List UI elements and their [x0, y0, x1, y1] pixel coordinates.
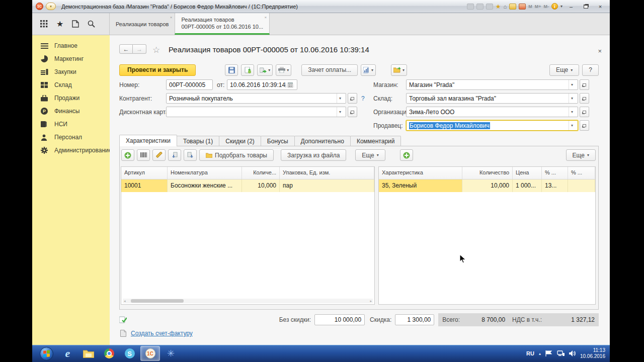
items-table-row[interactable]: 10001 Босоножки женские ... 10,000 пар [121, 179, 374, 192]
calculator-icon[interactable] [509, 4, 516, 10]
sidebar-item-sales[interactable]: Продажи [32, 92, 110, 105]
more-button[interactable]: Еще▾ [549, 64, 579, 76]
add-characteristic-button[interactable] [400, 149, 413, 161]
tab-discounts[interactable]: Скидки (2) [219, 136, 261, 146]
scroll-right-icon[interactable]: ▸ [370, 299, 372, 303]
items-table[interactable]: Артикул Номенклатура Количе... Упаковка,… [121, 166, 375, 305]
store-field[interactable]: Магазин "Prada"▾ [406, 79, 589, 90]
cell-price[interactable]: 1 000... [513, 179, 542, 192]
info-dropdown-icon[interactable]: ▾ [560, 4, 562, 9]
memory-mplus-button[interactable]: M+ [535, 4, 541, 9]
col-quantity[interactable]: Количе... [242, 167, 280, 179]
sidebar-item-personnel[interactable]: Персонал [32, 131, 110, 144]
document-movements-button[interactable]: ▾ [257, 64, 273, 76]
cell-nomenclature[interactable]: Босоножки женские ... [168, 179, 242, 192]
organization-field[interactable]: Зима-Лето ООО▾ [406, 107, 589, 117]
cell-packaging[interactable]: пар [280, 179, 374, 192]
app-tab-list[interactable]: Реализации товаров × [109, 13, 175, 35]
open-store-button[interactable] [580, 79, 589, 90]
taskbar-skype-button[interactable]: S [120, 346, 139, 361]
cell-percent2[interactable] [568, 179, 595, 192]
tab-close-icon[interactable]: × [264, 15, 267, 20]
cell-article[interactable]: 10001 [121, 179, 168, 192]
date-field[interactable]: 10.06.2016 10:39:14 [227, 79, 295, 90]
favorites-icon[interactable]: ★ [496, 3, 501, 10]
sidebar-item-main[interactable]: Главное [32, 39, 110, 52]
number-field[interactable]: 00РТ-000005 [166, 79, 213, 90]
close-button[interactable]: × [594, 3, 606, 10]
sidebar-item-administration[interactable]: Администрирование [32, 144, 110, 157]
save-icon[interactable] [467, 4, 474, 10]
move-up-button[interactable] [168, 149, 181, 161]
print-button[interactable]: ▾ [276, 64, 291, 76]
tray-expand-icon[interactable]: ▴ [539, 351, 541, 356]
counterparty-field[interactable]: Розничный покупатель▾ [166, 93, 357, 104]
tab-comment[interactable]: Комментарий [350, 136, 401, 146]
post-document-button[interactable] [241, 64, 254, 76]
pick-goods-button[interactable]: Подобрать товары [199, 149, 274, 161]
dropdown-icon[interactable]: ▾ [337, 94, 343, 103]
search-icon[interactable] [88, 20, 95, 28]
seller-field[interactable]: Борисов Федор Михайлович▾ [406, 120, 589, 131]
cell-quantity[interactable]: 10,000 [462, 179, 513, 192]
cell-quantity[interactable]: 10,000 [242, 179, 280, 192]
back-button[interactable]: ← [119, 44, 133, 54]
cell-percent1[interactable]: 13... [542, 179, 568, 192]
move-down-button[interactable] [184, 149, 197, 161]
more-left-table-button[interactable]: Еще▾ [355, 149, 385, 161]
history-icon[interactable] [72, 20, 79, 28]
payment-offset-button[interactable]: Зачет оплаты... [301, 64, 358, 76]
tab-close-icon[interactable]: × [170, 15, 173, 20]
add-row-button[interactable] [121, 149, 134, 161]
cell-characteristic[interactable]: 35, Зеленый [379, 179, 462, 192]
calendar-picker-icon[interactable] [285, 82, 294, 87]
taskbar-explorer-button[interactable] [78, 346, 98, 361]
characteristics-table[interactable]: Характеристика Количество Цена % ... % .… [378, 166, 596, 305]
tab-additional[interactable]: Дополнительно [294, 136, 351, 146]
network-icon[interactable] [557, 350, 565, 356]
dropdown-icon[interactable]: ▾ [569, 94, 575, 103]
favorites-star-icon[interactable]: ★ [56, 19, 63, 29]
taskbar-1c-button[interactable]: 1С [140, 346, 160, 361]
barcode-button[interactable] [137, 149, 150, 161]
home-icon[interactable]: ⌂ [504, 4, 507, 10]
col-quantity[interactable]: Количество [462, 167, 513, 179]
form-close-icon[interactable]: × [598, 47, 602, 55]
app-tab-document[interactable]: Реализация товаров 00РТ-000005 от 10.06.… [175, 13, 270, 35]
characteristics-table-row[interactable]: 35, Зеленый 10,000 1 000... 13... [379, 179, 595, 192]
scroll-left-icon[interactable]: ◂ [124, 299, 126, 303]
discount-card-field[interactable]: ▾ [166, 107, 357, 117]
action-center-flag-icon[interactable] [545, 350, 552, 356]
edit-button[interactable] [152, 149, 166, 161]
dropdown-icon[interactable]: ▾ [337, 107, 343, 117]
minimize-button[interactable]: – [565, 3, 577, 10]
sidebar-item-marketing[interactable]: Маркетинг [32, 52, 110, 65]
dropdown-icon[interactable]: ▾ [569, 80, 575, 89]
preview-icon[interactable] [486, 4, 493, 10]
save-button[interactable] [225, 64, 238, 76]
taskbar-clock[interactable]: 11:13 10.06.2016 [580, 347, 605, 359]
open-warehouse-button[interactable] [580, 93, 589, 104]
start-button[interactable] [40, 347, 53, 360]
open-counterparty-button[interactable] [348, 93, 357, 104]
warehouse-field[interactable]: Торговый зал магазина "Prada"▾ [406, 93, 589, 104]
restore-button[interactable] [580, 3, 592, 10]
more-right-table-button[interactable]: Еще▾ [566, 149, 596, 161]
no-discount-field[interactable]: 10 000,00 [314, 314, 365, 325]
discount-field[interactable]: 1 300,00 [395, 314, 434, 325]
sidebar-item-nsi[interactable]: НСИ [32, 118, 110, 131]
tab-bonuses[interactable]: Бонусы [261, 136, 295, 146]
col-nomenclature[interactable]: Номенклатура [168, 167, 242, 179]
sidebar-item-finance[interactable]: P Финансы [32, 105, 110, 118]
col-characteristic[interactable]: Характеристика [379, 167, 462, 179]
favorite-star-icon[interactable]: ☆ [152, 45, 160, 55]
taskbar-ie-button[interactable]: e [58, 346, 77, 361]
taskbar-chrome-button[interactable] [99, 346, 119, 361]
language-indicator[interactable]: RU [526, 350, 534, 356]
menu-grid-icon[interactable] [40, 20, 48, 28]
sidebar-item-warehouse[interactable]: Склад [32, 78, 110, 92]
col-percent1[interactable]: % ... [542, 167, 568, 179]
memory-mminus-button[interactable]: M- [543, 4, 549, 9]
dropdown-icon[interactable]: ▾ [569, 107, 575, 117]
memory-m-button[interactable]: M [528, 4, 532, 9]
